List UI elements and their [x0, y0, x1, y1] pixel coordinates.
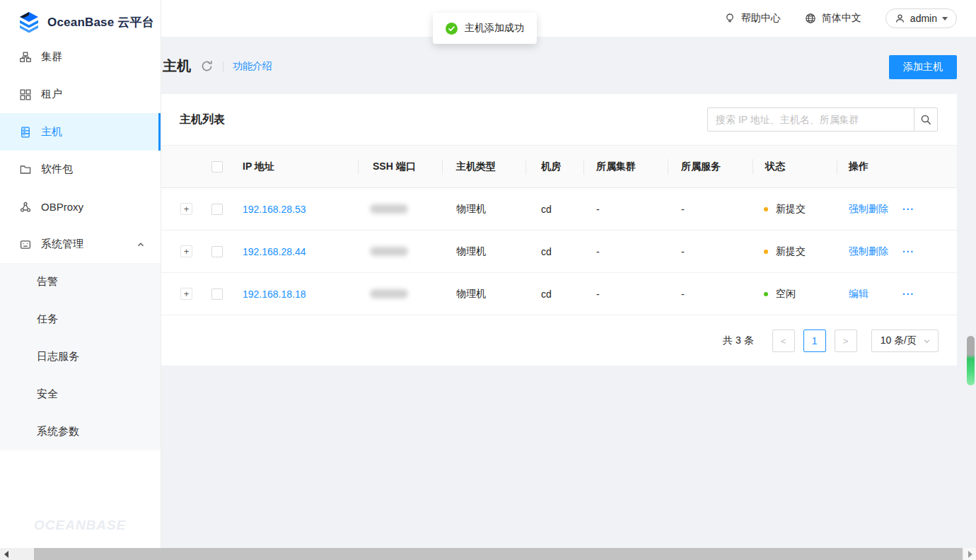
- status-cell: 新提交: [764, 231, 806, 272]
- sidebar-item-label: 主机: [41, 125, 62, 139]
- brand-logo[interactable]: OceanBase 云平台: [0, 0, 161, 37]
- page-header: 主机 功能介绍: [163, 57, 272, 76]
- status-dot: [764, 292, 768, 296]
- page-number-button[interactable]: 1: [803, 329, 826, 352]
- expand-row-button[interactable]: +: [180, 203, 192, 215]
- help-center-label: 帮助中心: [741, 12, 781, 25]
- sidebar-item-label: 任务: [37, 313, 58, 326]
- language-switcher[interactable]: 简体中文: [805, 12, 861, 25]
- page-size-select[interactable]: 10 条/页: [871, 329, 939, 352]
- expand-row-button[interactable]: +: [180, 245, 192, 257]
- lightbulb-icon: [724, 13, 736, 24]
- column-header-actions: 操作: [849, 146, 868, 187]
- column-header-service: 所属服务: [681, 146, 721, 187]
- host-icon: [20, 127, 31, 138]
- cluster-cell: -: [596, 273, 600, 315]
- next-page-button[interactable]: >: [835, 329, 857, 352]
- system-management-icon: [20, 239, 31, 250]
- sidebar-item-label: 安全: [37, 387, 58, 401]
- sidebar-item-system-management[interactable]: 系统管理: [0, 226, 161, 263]
- row-checkbox[interactable]: [211, 204, 223, 215]
- user-menu[interactable]: admin: [885, 8, 957, 28]
- more-actions-icon[interactable]: ···: [902, 288, 914, 300]
- feature-intro-link[interactable]: 功能介绍: [233, 60, 272, 73]
- search-icon: [920, 114, 931, 125]
- host-list-card: 主机列表 IP 地址 SSH 端口 主机类型 机房 所属集群 所属服务 状态 操…: [161, 94, 957, 366]
- horizontal-scrollbar[interactable]: [0, 548, 976, 560]
- column-separator: [837, 159, 837, 175]
- search-button[interactable]: [914, 107, 938, 132]
- table-row: + 192.168.28.44 物理机 cd - - 新提交 强制删除 ···: [161, 231, 957, 273]
- chevron-down-icon: [923, 337, 931, 345]
- sidebar-item-alerts[interactable]: 告警: [0, 263, 161, 301]
- column-separator: [753, 159, 753, 175]
- row-checkbox[interactable]: [211, 246, 223, 257]
- sidebar-item-tenant[interactable]: 租户: [0, 76, 161, 113]
- sidebar-item-host[interactable]: 主机: [0, 113, 161, 151]
- ssh-port-redacted: [370, 289, 408, 298]
- force-delete-link[interactable]: 强制删除: [849, 245, 888, 258]
- scroll-right-arrow-icon[interactable]: [964, 548, 976, 560]
- status-label: 新提交: [776, 245, 806, 258]
- success-toast: 主机添加成功: [433, 13, 537, 44]
- more-actions-icon[interactable]: ···: [902, 246, 914, 257]
- ssh-port-cell: [370, 273, 408, 315]
- status-dot: [764, 207, 768, 211]
- total-count: 共 3 条: [723, 334, 754, 347]
- column-header-room: 机房: [541, 146, 561, 187]
- expand-row-button[interactable]: +: [180, 288, 192, 300]
- service-cell: -: [681, 273, 685, 315]
- ip-link[interactable]: 192.168.18.18: [243, 288, 306, 300]
- sidebar-item-system-parameters[interactable]: 系统参数: [0, 413, 161, 450]
- cluster-cell: -: [596, 188, 600, 230]
- ssh-port-cell: [370, 231, 408, 272]
- refresh-icon[interactable]: [200, 59, 214, 73]
- help-center-button[interactable]: 帮助中心: [724, 12, 781, 25]
- prev-page-button[interactable]: <: [772, 329, 795, 352]
- ip-link[interactable]: 192.168.28.53: [243, 204, 306, 215]
- sidebar-item-label: 集群: [41, 50, 62, 64]
- sidebar-item-label: 租户: [41, 88, 62, 101]
- column-separator: [525, 159, 526, 175]
- ip-link[interactable]: 192.168.28.44: [243, 246, 306, 257]
- room-cell: cd: [541, 231, 552, 272]
- cluster-cell: -: [596, 231, 600, 272]
- search-input[interactable]: [707, 107, 914, 132]
- pagination: 共 3 条 < 1 > 10 条/页: [723, 329, 939, 352]
- globe-icon: [805, 13, 816, 24]
- sidebar-item-label: 软件包: [41, 163, 73, 176]
- column-header-ip: IP 地址: [243, 146, 274, 187]
- sidebar-item-obproxy[interactable]: OBProxy: [0, 188, 161, 226]
- user-icon: [895, 13, 905, 24]
- row-checkbox[interactable]: [211, 288, 223, 300]
- search-bar: [707, 107, 938, 132]
- user-name: admin: [910, 13, 937, 24]
- sidebar-item-package[interactable]: 软件包: [0, 151, 161, 188]
- sidebar-item-label: 日志服务: [37, 350, 79, 363]
- ssh-port-redacted: [370, 247, 408, 256]
- language-label: 简体中文: [822, 12, 861, 25]
- page-size-value: 10 条/页: [881, 334, 917, 347]
- column-separator: [668, 159, 668, 175]
- horizontal-scrollbar-thumb[interactable]: [34, 548, 963, 560]
- table-row: + 192.168.28.53 物理机 cd - - 新提交 强制删除 ···: [161, 188, 957, 231]
- edit-link[interactable]: 编辑: [849, 288, 868, 301]
- sidebar-menu: 集群 租户 主机: [0, 38, 161, 450]
- scroll-left-arrow-icon[interactable]: [0, 548, 12, 560]
- sidebar-item-log-service[interactable]: 日志服务: [0, 338, 161, 375]
- add-host-button[interactable]: 添加主机: [889, 55, 957, 79]
- sidebar-item-cluster[interactable]: 集群: [0, 38, 161, 76]
- main-content: 主机 功能介绍 添加主机 主机列表 IP 地址: [161, 37, 976, 548]
- vertical-scrollbar-thumb[interactable]: [967, 336, 975, 385]
- sidebar-item-label: 系统参数: [37, 425, 79, 438]
- topbar: 帮助中心 简体中文 admin: [161, 0, 976, 37]
- sidebar-item-tasks[interactable]: 任务: [0, 301, 161, 338]
- divider: [223, 62, 223, 71]
- force-delete-link[interactable]: 强制删除: [849, 203, 888, 216]
- table-header: IP 地址 SSH 端口 主机类型 机房 所属集群 所属服务 状态 操作: [161, 145, 957, 188]
- more-actions-icon[interactable]: ···: [902, 204, 914, 215]
- sidebar-item-security[interactable]: 安全: [0, 375, 161, 413]
- select-all-checkbox[interactable]: [211, 161, 223, 173]
- sidebar-item-label: 告警: [37, 275, 58, 288]
- toast-message: 主机添加成功: [465, 22, 524, 35]
